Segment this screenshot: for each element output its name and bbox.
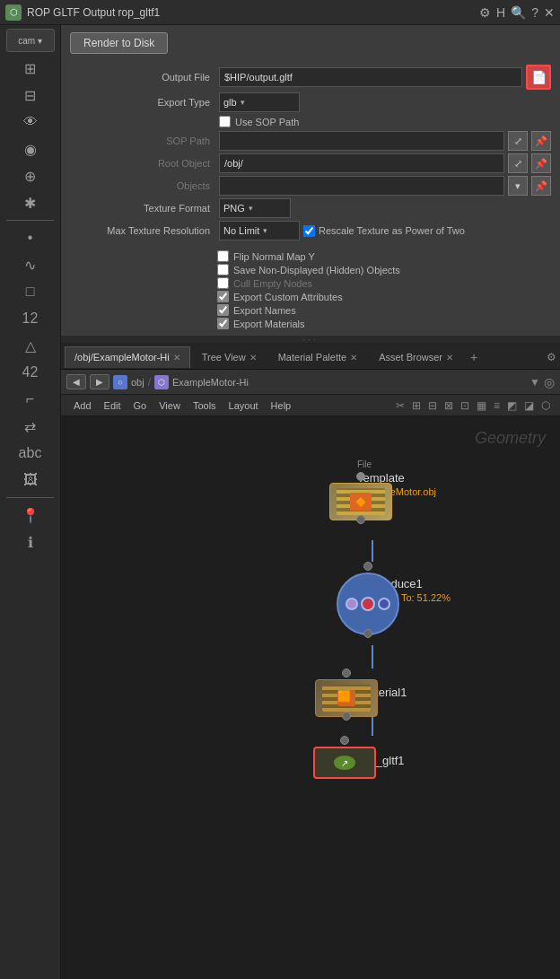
toolbar-icon-2[interactable]: ⊞ <box>409 399 424 412</box>
export-materials-checkbox[interactable] <box>217 318 229 329</box>
panel-resize-handle[interactable]: ··· <box>61 336 560 343</box>
file-template-box[interactable]: 🔶 <box>329 483 392 520</box>
sidebar-icon-num12[interactable]: 12 <box>17 306 44 331</box>
sidebar-icon-bracket[interactable]: ⌐ <box>17 387 44 412</box>
render-to-disk-button[interactable]: Render to Disk <box>70 32 168 54</box>
left-sidebar: cam ▾ ⊞ ⊟ 👁 ◉ ⊕ ✱ • ∿ □ 12 △ 42 ⌐ ⇄ abc … <box>0 25 61 979</box>
objects-dropdown-btn[interactable]: ▾ <box>508 176 528 196</box>
sidebar-icon-square[interactable]: □ <box>17 279 44 304</box>
node-toolbar-right: ▼ ◎ <box>529 375 555 389</box>
menu-edit[interactable]: Edit <box>99 400 127 411</box>
sidebar-icon-2[interactable]: ⊟ <box>17 83 44 108</box>
menu-add[interactable]: Add <box>68 400 97 411</box>
sidebar-icon-tri[interactable]: △ <box>17 333 44 358</box>
toolbar-icon-8[interactable]: ◩ <box>504 399 520 412</box>
sidebar-icon-5[interactable]: ✱ <box>17 190 44 215</box>
toolbar-icon-6[interactable]: ▦ <box>474 399 489 412</box>
menu-view[interactable]: View <box>153 400 186 411</box>
rop-gltf-box[interactable]: ↗ <box>313 747 376 779</box>
sidebar-icon-curve[interactable]: ∿ <box>17 252 44 277</box>
tab-tree-view[interactable]: Tree View ✕ <box>192 346 267 368</box>
node-polyreduce1[interactable]: polyreduce1 Reduced To: 51.22% <box>285 562 451 603</box>
sidebar-icon-abc[interactable]: abc <box>17 441 44 466</box>
add-tab-button[interactable]: + <box>465 350 483 364</box>
toolbar-icon-5[interactable]: ⊡ <box>458 399 472 412</box>
poly-ring-2 <box>361 597 375 611</box>
root-object-input[interactable] <box>219 153 504 173</box>
nav-forward-button[interactable]: ▶ <box>90 374 109 389</box>
breadcrumb-scene[interactable]: ExampleMotor-Hi <box>172 377 249 388</box>
settings-icon[interactable]: ⚙ <box>479 5 491 20</box>
output-file-browse-button[interactable]: 📄 <box>526 65 551 90</box>
root-object-pin-btn[interactable]: 📌 <box>531 153 551 173</box>
polyreduce-inner <box>338 574 398 634</box>
toolbar-icon-3[interactable]: ⊟ <box>425 399 440 412</box>
sidebar-icon-arrow[interactable]: ⇄ <box>17 414 44 439</box>
tab-asset-browser[interactable]: Asset Browser ✕ <box>369 346 463 368</box>
export-type-select[interactable]: glb ▾ <box>219 92 300 112</box>
node-file-template[interactable]: 🔶 File Template ExampleMotor.obj <box>285 472 436 497</box>
sidebar-icon-pin[interactable]: 📍 <box>17 503 44 528</box>
save-hidden-label: Save Non-Displayed (Hidden) Objects <box>233 265 400 275</box>
sidebar-icon-4[interactable]: ⊕ <box>17 163 44 188</box>
sidebar-icon-1[interactable]: ⊞ <box>17 56 44 81</box>
sidebar-icon-img[interactable]: 🖼 <box>17 468 44 493</box>
use-sop-path-checkbox[interactable] <box>219 116 231 127</box>
toolbar-icon-9[interactable]: ◪ <box>521 399 537 412</box>
question-icon[interactable]: ? <box>531 5 538 20</box>
tab-settings-icon[interactable]: ⚙ <box>547 351 556 363</box>
toolbar-layout-icon[interactable]: ◎ <box>544 375 555 389</box>
sop-path-input[interactable] <box>219 131 504 151</box>
export-type-row: glb ▾ <box>219 92 551 112</box>
menu-go[interactable]: Go <box>128 400 153 411</box>
polyreduce-box[interactable] <box>337 573 399 635</box>
breadcrumb-obj[interactable]: obj <box>131 377 144 388</box>
toolbar-icon-10[interactable]: ⬡ <box>538 399 553 412</box>
save-hidden-checkbox[interactable] <box>217 264 229 275</box>
texture-format-select[interactable]: PNG ▾ <box>219 198 291 218</box>
node-material1[interactable]: 🟧 material1 <box>285 669 407 699</box>
toolbar-expand-icon[interactable]: ▼ <box>529 376 540 389</box>
menu-tools[interactable]: Tools <box>188 400 222 411</box>
tab-close-icon-2[interactable]: ✕ <box>249 353 257 363</box>
export-names-checkbox[interactable] <box>217 304 229 316</box>
sidebar-divider-1 <box>6 220 55 221</box>
sidebar-icon-dot[interactable]: • <box>17 225 44 250</box>
search-icon[interactable]: 🔍 <box>511 5 526 20</box>
max-texture-res-arrow-icon: ▾ <box>263 226 267 235</box>
close-icon[interactable]: ✕ <box>544 5 555 20</box>
toolbar-icon-1[interactable]: ✂ <box>393 399 407 412</box>
objects-pin-btn[interactable]: 📌 <box>531 176 551 196</box>
sidebar-icon-eye[interactable]: 👁 <box>17 109 44 135</box>
tab-close-icon-1[interactable]: ✕ <box>173 353 180 363</box>
max-texture-res-select[interactable]: No Limit ▾ <box>219 221 300 240</box>
rescale-checkbox[interactable] <box>303 225 315 237</box>
file-node-top-label: File <box>357 459 372 469</box>
material-box[interactable]: 🟧 <box>315 679 378 717</box>
nav-back-button[interactable]: ◀ <box>66 374 86 389</box>
sop-path-pin-btn[interactable]: 📌 <box>531 131 551 151</box>
sidebar-icon-3[interactable]: ◉ <box>17 136 44 162</box>
tab-example-motor[interactable]: /obj/ExampleMotor-Hi ✕ <box>65 346 190 368</box>
node-canvas[interactable]: Geometry 🔶 <box>61 416 560 979</box>
help-h-icon[interactable]: H <box>496 5 505 20</box>
sidebar-icon-42[interactable]: 42 <box>17 360 44 385</box>
sidebar-icon-info[interactable]: ℹ <box>17 529 44 555</box>
cull-empty-checkbox[interactable] <box>217 277 229 289</box>
tab-material-palette[interactable]: Material Palette ✕ <box>268 346 367 368</box>
root-object-browse-btn[interactable]: ⤢ <box>508 153 528 173</box>
flip-normal-checkbox[interactable] <box>217 250 229 262</box>
tab-close-icon-3[interactable]: ✕ <box>350 353 357 363</box>
cam-button[interactable]: cam ▾ <box>6 29 55 52</box>
output-file-input[interactable] <box>219 67 522 87</box>
export-custom-checkbox[interactable] <box>217 291 229 302</box>
menu-help[interactable]: Help <box>266 400 297 411</box>
menu-layout[interactable]: Layout <box>223 400 264 411</box>
tab-close-icon-4[interactable]: ✕ <box>446 353 453 363</box>
toolbar-icon-4[interactable]: ⊠ <box>442 399 456 412</box>
toolbar-icon-7[interactable]: ≡ <box>491 399 503 412</box>
node-rop-gltf1[interactable]: ↗ rop_gltf1 <box>285 736 405 767</box>
sop-path-browse-btn[interactable]: ⤢ <box>508 131 528 151</box>
objects-input[interactable] <box>219 176 504 196</box>
export-materials-label: Export Materials <box>233 319 304 329</box>
